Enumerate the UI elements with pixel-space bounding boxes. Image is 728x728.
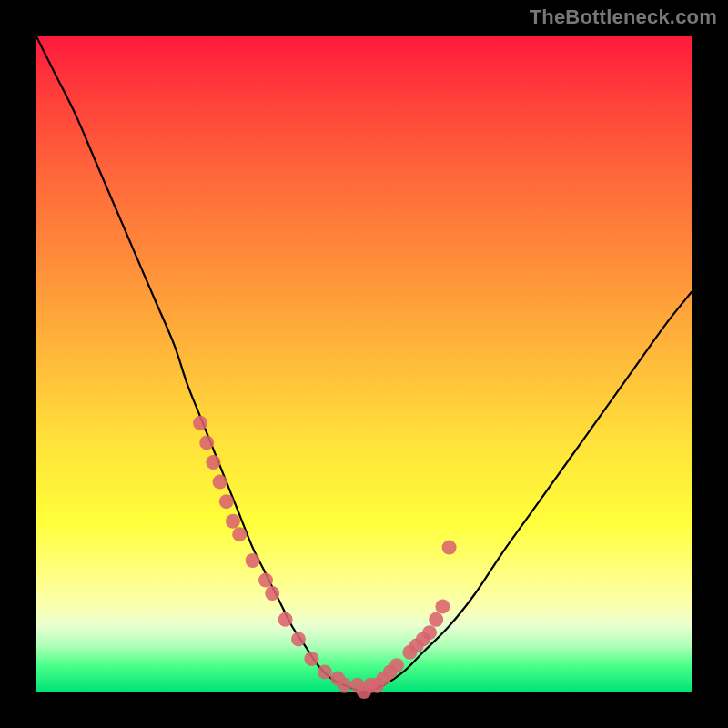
data-point: [318, 664, 332, 679]
bottleneck-curve: [36, 36, 692, 692]
data-point: [278, 612, 293, 627]
data-point: [226, 514, 240, 529]
data-point: [337, 678, 351, 693]
chart-frame: TheBottleneck.com: [0, 0, 728, 728]
marker-group: [193, 416, 457, 699]
data-point: [429, 612, 443, 627]
plot-area: [36, 36, 692, 692]
curve-layer: [36, 36, 692, 692]
data-point: [435, 599, 450, 613]
data-point: [258, 573, 273, 588]
data-point: [422, 625, 437, 640]
data-point: [442, 541, 457, 555]
data-point: [213, 475, 228, 490]
data-point: [193, 416, 207, 430]
data-point: [291, 632, 306, 646]
data-point: [206, 455, 220, 470]
data-point: [304, 652, 318, 666]
data-point: [389, 658, 404, 672]
data-point: [265, 586, 279, 601]
data-point: [232, 527, 247, 541]
data-point: [199, 435, 214, 450]
data-point: [219, 494, 234, 509]
data-point: [246, 553, 260, 568]
watermark-text: TheBottleneck.com: [530, 5, 717, 29]
